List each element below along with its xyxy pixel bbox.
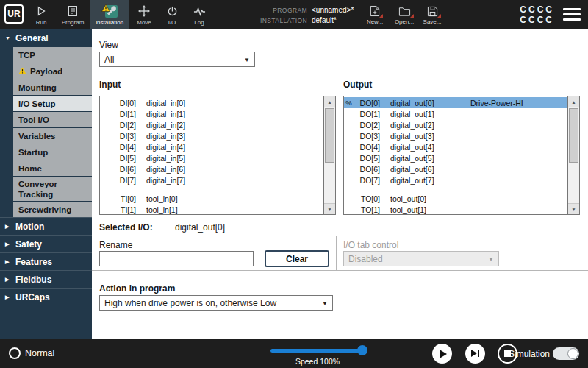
selected-io-label: Selected I/O: (99, 222, 153, 233)
sidebar-section-label: Motion (15, 222, 44, 232)
io-list-row[interactable]: TI[0]tool_in[0] (100, 193, 324, 204)
sidebar-section-features[interactable]: ▶ Features (0, 252, 92, 270)
tab-log[interactable]: Log (185, 0, 213, 29)
io-list-row[interactable]: %DO[0]digital_out[0]Drive-Power-HI (344, 97, 568, 108)
step-button[interactable] (465, 344, 485, 364)
sidebar-item-payload[interactable]: Payload (13, 63, 92, 79)
sidebar-item-variables[interactable]: Variables (13, 128, 92, 144)
sidebar-section-label: General (15, 33, 49, 43)
robot-status-label[interactable]: Normal (25, 348, 54, 358)
tab-installation[interactable]: Installation (90, 0, 129, 29)
io-func: digital_in[3] (146, 132, 185, 141)
sidebar-item-mounting[interactable]: Mounting (13, 79, 92, 95)
action-dropdown[interactable]: High when drive power is on, otherwise L… (99, 295, 333, 311)
io-list-row[interactable]: DI[1]digital_in[1] (100, 108, 324, 119)
io-list-row[interactable]: TI[1]tool_in[1] (100, 204, 324, 214)
io-list-row[interactable]: DI[2]digital_in[2] (100, 119, 324, 130)
io-func: tool_out[1] (390, 205, 426, 214)
io-list-row[interactable]: DI[3]digital_in[3] (100, 130, 324, 141)
tab-program[interactable]: Program (56, 0, 90, 29)
output-label: Output (343, 79, 372, 90)
scroll-down-icon[interactable]: ▼ (568, 203, 579, 214)
sidebar-section-fieldbus[interactable]: ▶ Fieldbus (0, 270, 92, 288)
io-func: tool_out[0] (390, 194, 426, 203)
speed-slider-track[interactable] (270, 349, 365, 353)
io-list-row[interactable]: TO[0]tool_out[0] (344, 193, 568, 204)
dropdown-corner-icon (410, 14, 414, 18)
sidebar-item-io-setup[interactable]: I/O Setup (13, 96, 92, 111)
io-name: DI[0] (110, 99, 136, 107)
sidebar-item-screwdriving[interactable]: Screwdriving (13, 202, 92, 217)
sidebar-section-motion[interactable]: ▶ Motion (0, 217, 92, 235)
scroll-up-icon[interactable]: ▲ (324, 96, 335, 107)
tab-log-label: Log (194, 19, 204, 26)
io-tab-control-dropdown: Disabled ▼ (343, 251, 499, 266)
sidebar-item-label: Startup (18, 148, 48, 157)
action-dropdown-value: High when drive power is on, otherwise L… (104, 298, 276, 308)
io-list-row[interactable]: DO[3]digital_out[3] (344, 130, 568, 141)
output-scrollbar[interactable]: ▲ ▼ (567, 96, 579, 214)
play-button[interactable] (432, 344, 452, 364)
io-list-row[interactable]: DO[2]digital_out[2] (344, 119, 568, 130)
chevron-down-icon: ▼ (244, 56, 250, 63)
input-scrollbar[interactable]: ▲ ▼ (323, 96, 335, 214)
io-tab-control-value: Disabled (348, 254, 383, 264)
scrollbar-thumb[interactable] (569, 108, 578, 163)
sidebar-section-urcaps[interactable]: ▶ URCaps (0, 288, 92, 305)
io-tag: Drive-Power-HI (470, 99, 523, 107)
simulation-toggle-knob[interactable] (567, 348, 578, 359)
speed-label: Speed 100% (270, 357, 365, 366)
tab-move[interactable]: Move (129, 0, 159, 29)
scroll-down-icon[interactable]: ▼ (324, 203, 335, 214)
tab-io[interactable]: I/O (159, 0, 185, 29)
io-list-row[interactable]: DO[1]digital_out[1] (344, 108, 568, 119)
io-list-row[interactable]: TO[1]tool_out[1] (344, 204, 568, 214)
tab-run[interactable]: Run (26, 0, 56, 29)
save-button[interactable]: Save... (419, 2, 445, 27)
io-list-row[interactable]: DO[7]digital_out[7] (344, 174, 568, 185)
save-floppy-icon (427, 4, 438, 18)
new-button[interactable]: New... (362, 2, 388, 27)
sidebar-item-startup[interactable]: Startup (13, 144, 92, 160)
io-list-row[interactable]: DI[6]digital_in[6] (100, 163, 324, 174)
io-func: digital_out[1] (390, 110, 434, 118)
io-func: tool_in[1] (146, 205, 178, 214)
sidebar-item-tcp[interactable]: TCP (13, 47, 92, 63)
io-list-row[interactable]: DI[5]digital_in[5] (100, 152, 324, 163)
view-dropdown[interactable]: All ▼ (99, 52, 255, 67)
robot-status-icon[interactable] (9, 347, 21, 359)
chevron-down-icon: ▼ (5, 35, 11, 40)
sidebar-item-home[interactable]: Home (13, 160, 92, 176)
view-dropdown-value: All (104, 54, 114, 65)
new-button-label: New... (367, 18, 383, 25)
io-list-row[interactable]: DI[7]digital_in[7] (100, 174, 324, 185)
sidebar-item-conveyor-tracking[interactable]: Conveyor Tracking (13, 177, 92, 201)
io-list-row[interactable]: DI[0]digital_in[0] (100, 97, 324, 108)
tab-installation-label: Installation (96, 19, 123, 26)
io-func: digital_out[3] (390, 132, 434, 141)
io-list-row[interactable]: DO[6]digital_out[6] (344, 163, 568, 174)
sidebar-item-tool-io[interactable]: Tool I/O (13, 112, 92, 127)
hamburger-menu-icon[interactable] (563, 8, 581, 24)
ur-logo[interactable]: UR (4, 4, 24, 24)
io-list-row[interactable]: DI[4]digital_in[4] (100, 141, 324, 152)
main-content: View All ▼ Input Output DI[0]digital_in[… (92, 29, 588, 339)
list-group-gap (100, 185, 324, 193)
sidebar-section-safety[interactable]: ▶ Safety (0, 235, 92, 252)
scrollbar-thumb[interactable] (325, 108, 334, 163)
installation-name: default* (312, 15, 337, 25)
open-button[interactable]: Open... (391, 2, 417, 27)
io-list-row[interactable]: DO[4]digital_out[4] (344, 141, 568, 152)
clear-button[interactable]: Clear (265, 250, 329, 267)
io-func: digital_in[0] (146, 99, 185, 107)
io-list-row[interactable]: DO[5]digital_out[5] (344, 152, 568, 163)
sidebar-section-general[interactable]: ▼ General (0, 29, 92, 46)
speed-slider-knob[interactable] (357, 345, 368, 355)
rename-input[interactable] (99, 251, 254, 266)
run-icon (36, 4, 46, 18)
io-name: DO[0] (354, 99, 380, 107)
simulation-toggle[interactable] (553, 347, 579, 360)
scroll-up-icon[interactable]: ▲ (568, 96, 579, 107)
io-func: digital_out[5] (390, 154, 434, 163)
top-bar: UR Run Program Installation (0, 0, 588, 29)
